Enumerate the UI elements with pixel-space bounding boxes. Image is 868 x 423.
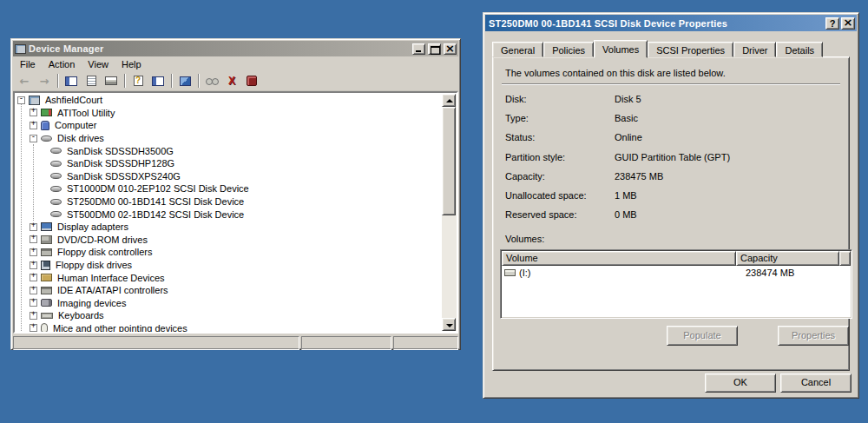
expand-icon[interactable] [30, 274, 37, 281]
tab-scsi-properties[interactable]: SCSI Properties [648, 42, 733, 57]
device-manager-title: Device Manager [29, 43, 410, 54]
cancel-button[interactable]: Cancel [780, 373, 852, 393]
show-window-button[interactable] [148, 72, 168, 89]
device-manager-titlebar[interactable]: Device Manager [13, 41, 458, 56]
tab-policies[interactable]: Policies [543, 42, 594, 57]
field-label: Reserved space: [505, 209, 615, 220]
populate-button[interactable]: Populate [667, 326, 738, 346]
volume-list[interactable]: Volume Capacity (I:) 238474 MB [500, 249, 852, 319]
update-driver-button[interactable] [175, 72, 194, 89]
tree-item-mice[interactable]: Mice and other pointing devices [16, 322, 441, 332]
expand-icon[interactable] [30, 324, 37, 332]
show-console-tree-button[interactable] [62, 72, 81, 89]
uninstall-icon [228, 75, 235, 87]
print-button[interactable] [102, 72, 121, 89]
tree-item-display-adapters[interactable]: Display adapters [16, 221, 441, 234]
controller-icon [41, 287, 52, 294]
status-bar [13, 334, 458, 351]
menu-bar: File Action View Help [13, 56, 458, 71]
collapse-icon[interactable] [30, 135, 37, 142]
tab-volumes[interactable]: Volumes [594, 40, 648, 58]
menu-action[interactable]: Action [43, 57, 82, 71]
maximize-button[interactable] [428, 43, 441, 55]
field-value: Disk 5 [615, 94, 641, 104]
tree-item-floppy-drives[interactable]: Floppy disk drives [16, 259, 441, 272]
scrollbar-thumb[interactable] [442, 107, 456, 215]
column-header-volume[interactable]: Volume [502, 251, 736, 266]
column-header-capacity[interactable]: Capacity [736, 251, 839, 266]
menu-view[interactable]: View [82, 57, 115, 71]
menu-file[interactable]: File [14, 57, 43, 71]
disk-properties-dialog: ST250DM0 00-1BD141 SCSI Disk Device Prop… [483, 12, 859, 399]
tab-general[interactable]: General [492, 42, 543, 57]
update-driver-icon [180, 76, 191, 86]
tree-item-sandisk-2[interactable]: SanDisk SDSSDHP128G [16, 157, 441, 170]
tree-item-keyboards[interactable]: Keyboards [16, 309, 441, 322]
close-button[interactable] [444, 43, 457, 55]
tree-item-hid[interactable]: Human Interface Devices [16, 271, 441, 284]
tree-item-st500dm0[interactable]: ST500DM0 02-1BD142 SCSI Disk Device [16, 208, 441, 221]
context-help-button[interactable] [825, 17, 839, 30]
tree-item-st250dm0[interactable]: ST250DM0 00-1BD141 SCSI Disk Device [16, 195, 441, 208]
back-button[interactable] [15, 72, 34, 89]
tree-item-imaging-devices[interactable]: Imaging devices [16, 297, 441, 310]
tree-item-sandisk-3[interactable]: SanDisk SDSSDXPS240G [16, 170, 441, 183]
device-tree-panel: AshfieldCourt ATITool Utility Computer D… [13, 91, 458, 334]
tree-item-computer[interactable]: Computer [16, 119, 441, 132]
help-button[interactable] [128, 72, 148, 89]
computer-icon [29, 96, 40, 105]
field-row-status: Status: Online [505, 132, 837, 142]
disk-drive-icon [50, 161, 62, 167]
separator-line [502, 83, 840, 85]
volumes-tab-page: The volumes contained on this disk are l… [492, 56, 850, 371]
disable-device-button[interactable] [202, 72, 221, 89]
tree-item-disk-drives[interactable]: Disk drives [16, 132, 441, 145]
expand-icon[interactable] [30, 109, 37, 116]
tree-item-atitool[interactable]: ATITool Utility [16, 107, 441, 120]
disk-drive-icon [50, 199, 62, 205]
toolbar-separator [171, 74, 172, 88]
scroll-down-button[interactable] [442, 318, 456, 331]
volume-row[interactable]: (I:) 238474 MB [501, 266, 852, 280]
expand-icon[interactable] [30, 122, 37, 129]
tree-item-dvd-cdrom[interactable]: DVD/CD-ROM drives [16, 234, 441, 247]
scroll-up-button[interactable] [442, 94, 456, 107]
dialog-titlebar[interactable]: ST250DM0 00-1BD141 SCSI Disk Device Prop… [485, 15, 857, 31]
expand-icon[interactable] [30, 261, 37, 269]
help-icon [134, 76, 143, 86]
tab-driver[interactable]: Driver [733, 42, 776, 57]
field-label: Type: [505, 113, 615, 123]
display-adapter-icon [41, 222, 52, 231]
expand-icon[interactable] [30, 299, 37, 307]
properties-button[interactable]: Properties [778, 326, 849, 346]
tree-item-ide-controllers[interactable]: IDE ATA/ATAPI controllers [16, 284, 441, 297]
expand-icon[interactable] [30, 312, 37, 320]
expand-icon[interactable] [30, 287, 37, 294]
tree-item-st1000dm[interactable]: ST1000DM 010-2EP102 SCSI Disk Device [16, 182, 441, 195]
volume-capacity: 238474 MB [746, 268, 794, 278]
forward-button[interactable] [35, 72, 54, 89]
forward-icon [40, 75, 49, 88]
field-value: 238475 MB [615, 171, 663, 182]
scan-hardware-button[interactable] [242, 72, 261, 89]
volumes-label: Volumes: [505, 234, 544, 244]
minimize-button[interactable] [412, 43, 425, 55]
menu-help[interactable]: Help [115, 57, 148, 71]
uninstall-device-button[interactable] [222, 72, 241, 89]
dialog-close-button[interactable] [841, 17, 855, 30]
tab-details[interactable]: Details [776, 42, 823, 57]
collapse-icon[interactable] [17, 96, 25, 104]
field-value: Basic [615, 113, 638, 123]
disable-icon [206, 78, 219, 84]
tree-item-root[interactable]: AshfieldCourt [16, 94, 441, 107]
expand-icon[interactable] [30, 223, 37, 231]
expand-icon[interactable] [30, 235, 37, 243]
tree-item-floppy-controllers[interactable]: Floppy disk controllers [16, 246, 441, 259]
tree-scrollbar[interactable] [442, 94, 457, 331]
tree-item-sandisk-1[interactable]: SanDisk SDSSDH3500G [16, 144, 441, 157]
ok-button[interactable]: OK [705, 373, 776, 393]
properties-button[interactable] [82, 72, 101, 89]
field-row-reserved: Reserved space: 0 MB [505, 209, 837, 220]
field-label: Unallocated space: [505, 190, 615, 201]
expand-icon[interactable] [30, 248, 37, 256]
